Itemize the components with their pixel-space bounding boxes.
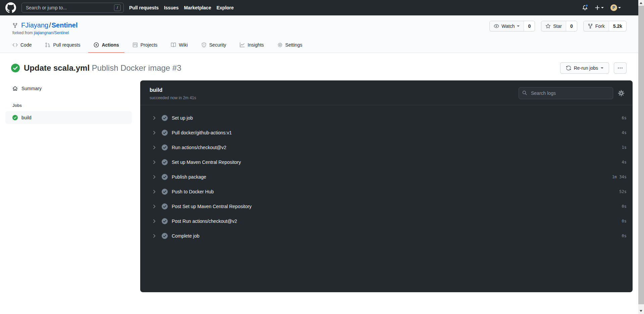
tab-security[interactable]: Security: [196, 42, 232, 53]
notifications-button[interactable]: [582, 5, 588, 11]
summary-label: Summary: [21, 86, 42, 91]
job-log-header: build succeeded now in 2m 41s: [140, 80, 633, 105]
chevron-right-icon: [152, 174, 157, 180]
repo-slash: /: [49, 21, 51, 29]
tab-pull-requests[interactable]: Pull requests: [40, 42, 86, 53]
global-search[interactable]: /: [21, 3, 124, 13]
chevron-right-icon: [152, 145, 157, 150]
run-options-button[interactable]: [614, 62, 627, 74]
fork-source-link[interactable]: jiajiangnan/Sentinel: [34, 30, 69, 35]
fork-label: Fork: [595, 23, 605, 29]
slash-key-hint: /: [114, 4, 121, 11]
step-success-check-icon: [162, 233, 168, 239]
nav-issues[interactable]: Issues: [164, 5, 179, 10]
github-logo-icon[interactable]: [5, 2, 16, 13]
shield-icon: [201, 42, 207, 48]
step-row[interactable]: Set up job 6s: [140, 111, 633, 125]
repo-name-link[interactable]: Sentinel: [52, 21, 78, 29]
star-button[interactable]: Star 0: [541, 21, 577, 32]
tab-settings[interactable]: Settings: [272, 42, 308, 53]
user-menu-button[interactable]: P: [610, 4, 621, 11]
vertical-scrollbar[interactable]: [638, 0, 644, 314]
global-header: / Pull requests Issues Marketplace Explo…: [0, 0, 638, 15]
nav-pull-requests[interactable]: Pull requests: [129, 5, 159, 10]
gear-icon: [618, 90, 625, 97]
workflow-run-header: Update scala.yml Publish Docker image #3…: [0, 53, 638, 80]
run-title: Update scala.yml Publish Docker image #3: [11, 63, 181, 73]
step-name: Push to Docker Hub: [172, 189, 214, 194]
star-icon: [545, 23, 551, 29]
step-list: Set up job 6s Pull docker/github-actions…: [140, 105, 633, 247]
run-content: Summary Jobs build build succeeded now i…: [0, 80, 638, 292]
step-duration: 4s: [622, 160, 627, 165]
watch-count[interactable]: 0: [524, 21, 535, 31]
tab-wiki[interactable]: Wiki: [165, 42, 193, 53]
log-search: [519, 87, 613, 99]
repo-tabs: Code Pull requests Actions Projects Wiki…: [7, 42, 638, 53]
scrollbar-up-arrow[interactable]: [640, 2, 642, 4]
fork-count[interactable]: 5.2k: [609, 21, 626, 31]
watch-button[interactable]: Watch 0: [489, 21, 535, 32]
job-log-panel: build succeeded now in 2m 41s: [140, 80, 633, 292]
jobs-section-label: Jobs: [5, 95, 132, 111]
code-icon: [12, 42, 18, 48]
run-title-commit: Update scala.yml: [24, 63, 90, 72]
create-new-button[interactable]: [595, 5, 604, 10]
page: / Pull requests Issues Marketplace Explo…: [0, 0, 638, 292]
step-row[interactable]: Complete job 0s: [140, 229, 633, 243]
play-circle-icon: [94, 42, 99, 48]
repo-owner-link[interactable]: FJiayang: [21, 21, 48, 29]
fork-button[interactable]: Fork 5.2k: [583, 21, 627, 32]
chevron-right-icon: [152, 130, 157, 135]
step-duration: 1m 34s: [612, 175, 627, 179]
job-name-label: build: [21, 115, 32, 120]
step-name: Post Run actions/checkout@v2: [172, 218, 237, 224]
unread-notification-dot: [585, 4, 588, 7]
star-count[interactable]: 0: [566, 21, 577, 31]
run-sidebar: Summary Jobs build: [5, 80, 132, 124]
chevron-right-icon: [152, 115, 157, 121]
global-search-input[interactable]: [26, 5, 114, 10]
gear-icon: [277, 42, 283, 48]
step-row[interactable]: Run actions/checkout@v2 1s: [140, 140, 633, 155]
step-row[interactable]: Post Set up Maven Central Repository 0s: [140, 199, 633, 214]
step-name: Set up Maven Central Repository: [172, 160, 241, 165]
chevron-right-icon: [152, 189, 157, 194]
step-row[interactable]: Push to Docker Hub 52s: [140, 184, 633, 199]
sidebar-item-job-build[interactable]: build: [5, 111, 132, 124]
eye-icon: [494, 23, 499, 29]
chevron-right-icon: [152, 204, 157, 209]
rerun-jobs-button[interactable]: Re-run jobs: [560, 62, 609, 74]
step-success-check-icon: [162, 218, 168, 224]
chevron-down-icon: [601, 67, 603, 69]
nav-explore[interactable]: Explore: [216, 5, 233, 10]
sidebar-item-summary[interactable]: Summary: [5, 82, 132, 95]
tab-code[interactable]: Code: [7, 42, 37, 53]
tab-insights[interactable]: Insights: [234, 42, 269, 53]
tab-projects[interactable]: Projects: [127, 42, 163, 53]
step-row[interactable]: Set up Maven Central Repository 4s: [140, 155, 633, 170]
chevron-right-icon: [152, 218, 157, 224]
sync-icon: [566, 65, 571, 71]
step-success-check-icon: [162, 174, 168, 180]
log-search-input[interactable]: [519, 87, 613, 99]
graph-icon: [239, 42, 245, 48]
step-duration: 0s: [622, 204, 627, 209]
log-settings-button[interactable]: [618, 90, 625, 97]
step-row[interactable]: Post Run actions/checkout@v2 0s: [140, 214, 633, 229]
tab-actions[interactable]: Actions: [88, 42, 124, 53]
scrollbar-down-arrow[interactable]: [640, 310, 642, 312]
kebab-icon: [618, 65, 623, 71]
step-row[interactable]: Pull docker/github-actions:v1 4s: [140, 125, 633, 140]
job-status-text: succeeded now in 2m 41s: [150, 96, 196, 100]
project-icon: [132, 42, 138, 48]
repo-header: FJiayang/Sentinel forked from jiajiangna…: [0, 15, 638, 53]
step-name: Run actions/checkout@v2: [172, 145, 226, 150]
step-name: Publish package: [172, 174, 206, 180]
home-icon: [12, 86, 18, 91]
scrollbar-thumb[interactable]: [638, 6, 644, 304]
nav-marketplace[interactable]: Marketplace: [184, 5, 211, 10]
step-row[interactable]: Publish package 1m 34s: [140, 170, 633, 184]
plus-icon: [595, 5, 600, 10]
chevron-down-icon: [601, 7, 604, 8]
